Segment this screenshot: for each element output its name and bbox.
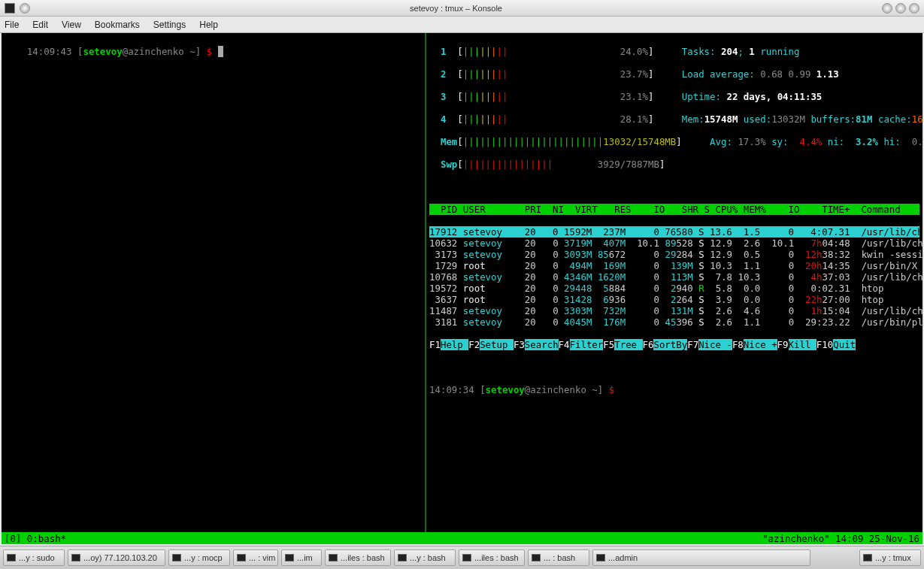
window-title: setevoy : tmux – Konsole	[30, 4, 882, 13]
prompt-time: 14:09:43	[27, 46, 72, 57]
window-titlebar: setevoy : tmux – Konsole	[0, 0, 924, 17]
right-prompt: 14:09:34 [setevoy@azinchenko ~] $	[429, 384, 919, 395]
tmux-status-right: "azinchenko" 14:09 25-Nov-16	[762, 533, 919, 544]
task-item[interactable]: ...y : sudo	[3, 549, 65, 566]
close-button[interactable]	[909, 3, 919, 14]
terminal-icon	[329, 554, 338, 561]
cpu-bar-3: 3 [|||||||| 23.1%] Uptime: 22 days, 04:1…	[429, 91, 919, 102]
maximize-button[interactable]	[895, 3, 906, 14]
menubar: File Edit View Bookmarks Settings Help	[0, 17, 924, 33]
menu-settings[interactable]: Settings	[153, 20, 186, 30]
desktop-taskbar: ...y : sudo ...oy) 77.120.103.20 ...y : …	[0, 546, 924, 569]
mem-bar: Mem[|||||||||||||||||||||||||13032/15748…	[429, 136, 919, 147]
htop-header-row[interactable]: PID USER PRI NI VIRT RES IO SHR S CPU% M…	[429, 204, 919, 215]
cpu-bar-1: 1 [|||||||| 24.0%] Tasks: 204; 1 running	[429, 46, 919, 57]
htop-row[interactable]: 11487 setevoy 20 0 3303M 732M 0 131M S 2…	[429, 305, 919, 316]
task-item-active[interactable]: ...y : tmux	[859, 549, 921, 566]
terminal-icon	[596, 554, 605, 561]
app-icon	[5, 3, 15, 14]
prompt-dollar: $	[207, 46, 212, 57]
cpu-bar-2: 2 [|||||||| 23.7%] Load average: 0.68 0.…	[429, 68, 919, 80]
prompt-host: @azinchenko ~	[123, 46, 195, 57]
menu-bookmarks[interactable]: Bookmarks	[95, 20, 140, 30]
terminal[interactable]: 14:09:43 [setevoy@azinchenko ~] $ 1 [|||…	[2, 33, 922, 544]
cpu-bar-4: 4 [|||||||| 28.1%] Mem:15748M used:13032…	[429, 113, 919, 125]
htop-row[interactable]: 19572 root 20 0 29448 5884 0 2940 R 5.8 …	[429, 283, 919, 294]
htop-row[interactable]: 10632 setevoy 20 0 3719M 407M 10.1 89528…	[429, 238, 919, 249]
tmux-pane-htop[interactable]: 1 [|||||||| 24.0%] Tasks: 204; 1 running…	[426, 33, 922, 532]
task-item[interactable]: ...y : mocp	[168, 549, 230, 566]
htop-row[interactable]: 3173 setevoy 20 0 3093M 85672 0 29284 S …	[429, 249, 919, 260]
htop-row[interactable]: 17912 setevoy 20 0 1592M 237M 0 76580 S …	[429, 226, 919, 238]
tmux-pane-left[interactable]: 14:09:43 [setevoy@azinchenko ~] $	[2, 33, 425, 532]
window-button[interactable]	[20, 3, 30, 14]
task-item[interactable]: ...iles : bash	[459, 549, 525, 566]
terminal-icon	[863, 554, 872, 561]
blank-row	[429, 181, 919, 192]
menu-view[interactable]: View	[62, 20, 81, 30]
task-item[interactable]: ... : bash	[528, 549, 589, 566]
tmux-statusbar[interactable]: [0] 0:bash* "azinchenko" 14:09 25-Nov-16	[2, 532, 922, 544]
htop-row[interactable]: 1729 root 20 0 494M 169M 0 139M S 10.3 1…	[429, 260, 919, 271]
terminal-icon	[7, 554, 16, 561]
task-item[interactable]: ...iles : bash	[325, 549, 391, 566]
menu-help[interactable]: Help	[199, 20, 218, 30]
minimize-button[interactable]	[882, 3, 892, 14]
terminal-icon	[398, 554, 407, 561]
swap-bar: Swp[|||||||||||||||| 3929/7887MB]	[429, 159, 919, 170]
blank-row	[429, 362, 919, 373]
terminal-icon	[532, 554, 541, 561]
htop-row[interactable]: 3637 root 20 0 31428 6936 0 2264 S 3.9 0…	[429, 294, 919, 305]
prompt-user: setevoy	[83, 46, 122, 57]
cursor	[218, 46, 223, 57]
task-item[interactable]: ...admin	[592, 549, 810, 566]
terminal-icon	[172, 554, 181, 561]
menu-file[interactable]: File	[5, 20, 19, 30]
htop-fkeys[interactable]: F1Help F2Setup F3SearchF4FilterF5Tree F6…	[429, 339, 919, 350]
tmux-status-left: [0] 0:bash*	[5, 533, 66, 544]
task-item[interactable]: ...oy) 77.120.103.20	[68, 549, 165, 566]
terminal-icon	[71, 554, 80, 561]
menu-edit[interactable]: Edit	[32, 20, 48, 30]
terminal-icon	[462, 554, 471, 561]
htop-row[interactable]: 10768 setevoy 20 0 4346M 1620M 0 113M S …	[429, 271, 919, 283]
task-item[interactable]: ...im	[281, 549, 322, 566]
terminal-icon	[237, 554, 246, 561]
terminal-icon	[285, 554, 294, 561]
htop-row[interactable]: 3181 setevoy 20 0 4045M 176M 0 45396 S 2…	[429, 316, 919, 328]
task-item[interactable]: ...y : bash	[394, 549, 456, 566]
task-item[interactable]: ... : vim	[233, 549, 278, 566]
